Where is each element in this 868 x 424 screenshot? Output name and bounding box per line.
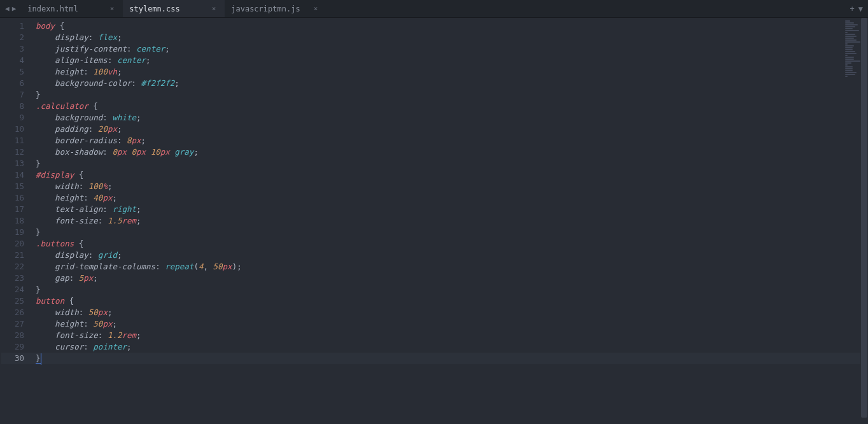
minimap-line [845,26,855,27]
minimap-line [845,43,848,45]
code-line[interactable]: } [33,227,868,238]
line-number[interactable]: 15 [1,181,33,192]
code-area[interactable]: body { display: flex; justify-content: c… [33,18,868,424]
code-line[interactable]: background: white; [33,112,868,124]
line-number[interactable]: 28 [1,330,33,341]
code-line[interactable]: cursor: pointer; [33,341,868,353]
tab-bar: ◀ ▶ indexn.html×stylemn.css×javascriptmn… [0,0,868,18]
tab-javascriptmn-js[interactable]: javascriptmn.js× [225,0,326,17]
line-number[interactable]: 10 [1,124,33,135]
editor[interactable]: 1234567891011121314151617181920212223242… [0,18,868,424]
minimap-line [845,55,848,56]
minimap-line [845,30,859,31]
line-number[interactable]: 12 [1,146,33,158]
scrollbar-thumb[interactable] [861,18,867,418]
line-number[interactable]: 8 [1,101,33,112]
line-number[interactable]: 4 [1,55,33,66]
minimap-line [845,51,855,52]
code-line[interactable]: align-items: center; [33,55,868,66]
tab-label: javascriptmn.js [231,4,311,13]
code-line[interactable]: height: 100vh; [33,66,868,78]
tabs-container: indexn.html×stylemn.css×javascriptmn.js× [21,0,844,17]
tab-label: stylemn.css [129,4,209,13]
line-number[interactable]: 22 [1,261,33,272]
minimap-line [845,28,853,29]
code-line[interactable]: display: flex; [33,32,868,43]
code-line[interactable]: } [33,284,868,295]
code-line[interactable]: #display { [33,169,868,181]
line-number[interactable]: 18 [1,215,33,227]
minimap-line [845,24,858,25]
minimap-line [845,57,854,58]
code-line[interactable]: } [33,158,868,169]
tab-dropdown-icon[interactable]: ▼ [858,4,863,13]
code-line[interactable]: border-radius: 8px; [33,135,868,146]
line-number[interactable]: 9 [1,112,33,124]
line-number[interactable]: 7 [1,89,33,101]
tab-label: indexn.html [27,4,107,13]
code-line[interactable]: height: 40px; [33,192,868,204]
code-line[interactable]: display: grid; [33,250,868,261]
minimap-line [845,47,853,48]
code-line[interactable]: .buttons { [33,238,868,250]
scrollbar-horizontal[interactable] [0,418,860,424]
minimap-line [845,41,862,43]
code-line[interactable]: font-size: 1.5rem; [33,215,868,227]
code-line[interactable]: } [33,89,868,101]
line-number[interactable]: 2 [1,32,33,43]
close-icon[interactable]: × [209,4,219,13]
minimap-line [845,59,854,60]
code-line[interactable]: width: 50px; [33,307,868,318]
code-line[interactable]: grid-template-columns: repeat(4, 50px); [33,261,868,272]
minimap-line [845,66,853,67]
code-line[interactable]: font-size: 1.2rem; [33,330,868,341]
code-line[interactable]: background-color: #f2f2f2; [33,78,868,89]
nav-back-icon[interactable]: ◀ [4,4,11,13]
code-line[interactable]: } [33,353,868,364]
line-number[interactable]: 30 [1,353,33,364]
line-number[interactable]: 29 [1,341,33,353]
code-line[interactable]: justify-content: center; [33,43,868,55]
line-number[interactable]: 25 [1,295,33,307]
line-number[interactable]: 11 [1,135,33,146]
nav-forward-icon[interactable]: ▶ [11,4,18,13]
line-number[interactable]: 26 [1,307,33,318]
close-icon[interactable]: × [108,4,117,13]
line-number[interactable]: 3 [1,43,33,55]
code-line[interactable]: body { [33,20,868,32]
minimap-line [845,74,855,75]
minimap-line [845,53,857,54]
new-tab-icon[interactable]: + [850,4,855,13]
minimap-line [845,45,854,46]
tab-indexn-html[interactable]: indexn.html× [21,0,123,17]
line-number[interactable]: 16 [1,192,33,204]
line-number[interactable]: 1 [1,20,33,32]
line-number[interactable]: 27 [1,318,33,330]
code-line[interactable]: button { [33,295,868,307]
code-line[interactable]: padding: 20px; [33,124,868,135]
line-number[interactable]: 23 [1,272,33,284]
tab-actions: + ▼ [845,4,868,13]
line-number[interactable]: 21 [1,250,33,261]
minimap[interactable] [845,20,859,78]
line-number[interactable]: 5 [1,66,33,78]
close-icon[interactable]: × [311,4,321,13]
code-line[interactable]: box-shadow: 0px 0px 10px gray; [33,146,868,158]
line-number[interactable]: 24 [1,284,33,295]
scrollbar-vertical[interactable] [860,18,868,418]
tab-stylemn-css[interactable]: stylemn.css× [123,0,225,17]
line-number[interactable]: 17 [1,204,33,215]
code-line[interactable]: text-align: right; [33,204,868,215]
code-line[interactable]: height: 50px; [33,318,868,330]
line-number[interactable]: 6 [1,78,33,89]
minimap-line [845,70,853,71]
line-number[interactable]: 20 [1,238,33,250]
line-number[interactable]: 13 [1,158,33,169]
line-number[interactable]: 19 [1,227,33,238]
code-line[interactable]: width: 100%; [33,181,868,192]
line-number[interactable]: 14 [1,169,33,181]
minimap-line [845,39,857,41]
minimap-line [845,64,848,66]
code-line[interactable]: gap: 5px; [33,272,868,284]
code-line[interactable]: .calculator { [33,101,868,112]
